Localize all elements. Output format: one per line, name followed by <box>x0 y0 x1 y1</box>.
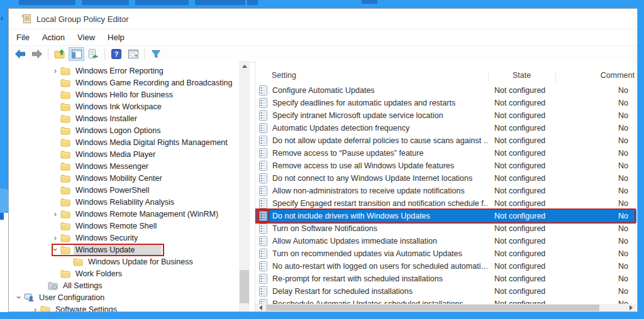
setting-row[interactable]: Specify intranet Microsoft update servic… <box>255 109 636 122</box>
setting-name: Specify deadlines for automatic updates … <box>272 99 487 107</box>
menu-action[interactable]: Action <box>36 31 71 44</box>
folder-icon <box>60 186 70 195</box>
up-one-level-folder-icon <box>54 49 65 59</box>
tree-item-label: User Configuration <box>37 293 106 303</box>
menu-file[interactable]: File <box>10 31 36 44</box>
tree-item-work-folders[interactable]: Work Folders <box>9 268 238 279</box>
policy-setting-icon <box>259 148 269 158</box>
setting-row[interactable]: Remove access to use all Windows Update … <box>255 160 636 172</box>
setting-row[interactable]: Turn on Software NotificationsNot config… <box>255 222 636 235</box>
setting-row[interactable]: Specify deadlines for automatic updates … <box>255 97 636 109</box>
setting-row[interactable]: Automatic Updates detection frequencyNot… <box>255 122 636 134</box>
tree-item-windows-mobility-center[interactable]: Windows Mobility Center <box>9 172 238 184</box>
setting-name: Delay Restart for scheduled installation… <box>272 287 487 296</box>
back-arrow-button[interactable] <box>12 47 28 61</box>
setting-name: Remove access to use all Windows Update … <box>272 161 487 170</box>
tree-item-windows-update-for-business[interactable]: Windows Update for Business <box>9 256 238 268</box>
setting-comment: No <box>555 174 636 183</box>
setting-comment: No <box>555 199 636 208</box>
setting-row[interactable]: Turn on recommended updates via Automati… <box>255 247 636 260</box>
column-header-comment[interactable]: Comment <box>555 71 635 80</box>
export-list-icon <box>88 49 99 59</box>
folder-icon <box>60 174 70 183</box>
up-one-level-folder-button[interactable] <box>52 47 67 61</box>
chevron-expanded-icon[interactable]: › <box>15 293 23 303</box>
chevron-collapsed-icon[interactable]: › <box>50 234 60 242</box>
tree-item-label: Windows Update for Business <box>86 257 195 267</box>
scroll-left-arrow[interactable] <box>255 304 265 311</box>
frame-right <box>638 0 644 319</box>
tree-item-windows-update[interactable]: ›Windows Update <box>9 244 238 256</box>
setting-row[interactable]: Do not allow update deferral policies to… <box>255 134 636 147</box>
setting-row[interactable]: Allow Automatic Updates immediate instal… <box>255 235 636 247</box>
setting-row[interactable]: Delay Restart for scheduled installation… <box>255 285 636 298</box>
chevron-collapsed-icon[interactable]: › <box>30 305 40 311</box>
setting-row[interactable]: Re-prompt for restart with scheduled ins… <box>255 273 636 285</box>
menu-help[interactable]: Help <box>101 31 131 44</box>
tree-item-windows-security[interactable]: ›Windows Security <box>9 232 238 244</box>
tree-item-windows-remote-management-winrm[interactable]: ›Windows Remote Management (WinRM) <box>9 208 238 220</box>
tree-item-windows-game-recording-and-broadcasting[interactable]: Windows Game Recording and Broadcasting <box>9 77 238 89</box>
filter-button[interactable] <box>148 47 164 61</box>
setting-state: Not configured <box>487 274 555 283</box>
properties-window-button[interactable] <box>125 47 141 61</box>
setting-name: No auto-restart with logged on users for… <box>272 262 487 271</box>
annotation-box: Windows Update <box>52 244 164 256</box>
tree-item-user-configuration[interactable]: ›User Configuration <box>9 291 238 303</box>
policy-setting-icon <box>259 236 269 246</box>
export-list-button[interactable] <box>86 47 101 61</box>
tree-item-windows-reliability-analysis[interactable]: Windows Reliability Analysis <box>9 196 238 208</box>
tree-item-all-settings[interactable]: All Settings <box>9 279 238 291</box>
setting-name: Do not connect to any Windows Update Int… <box>272 174 487 183</box>
tree-item-label: Windows Remote Management (WinRM) <box>74 209 220 219</box>
tree-vertical-scrollbar[interactable] <box>239 61 250 311</box>
folder-icon <box>60 102 70 111</box>
setting-state: Not configured <box>487 187 555 195</box>
tree-item-label: Windows Media Digital Rights Management <box>74 138 230 148</box>
tree-view: ›Windows Error ReportingWindows Game Rec… <box>9 65 238 311</box>
tree-item-windows-ink-workspace[interactable]: Windows Ink Workspace <box>9 100 238 112</box>
scroll-up-arrow[interactable] <box>239 61 250 71</box>
filter-icon <box>151 50 161 59</box>
setting-row[interactable]: No auto-restart with logged on users for… <box>255 260 636 273</box>
grid-header: Setting State Comment <box>255 70 636 84</box>
scroll-thumb[interactable] <box>266 305 599 311</box>
tree-item-windows-powershell[interactable]: Windows PowerShell <box>9 184 238 196</box>
screenshot-canvas: ‹ Local Group Policy Editor File Action … <box>0 0 644 319</box>
setting-row[interactable]: Specify Engaged restart transition and n… <box>255 197 636 210</box>
setting-row[interactable]: Do not connect to any Windows Update Int… <box>255 172 636 185</box>
tree-item-windows-logon-options[interactable]: Windows Logon Options <box>9 124 238 136</box>
tree-item-windows-media-digital-rights-management[interactable]: Windows Media Digital Rights Management <box>9 136 238 148</box>
setting-name: Do not include drivers with Windows Upda… <box>272 212 487 220</box>
setting-row[interactable]: Allow non-administrators to receive upda… <box>255 185 636 197</box>
tree-item-windows-installer[interactable]: Windows Installer <box>9 112 238 124</box>
setting-comment: No <box>555 86 636 95</box>
setting-state: Not configured <box>487 237 555 246</box>
tree-item-windows-error-reporting[interactable]: ›Windows Error Reporting <box>9 65 238 77</box>
scroll-thumb[interactable] <box>240 270 249 303</box>
column-header-state[interactable]: State <box>488 71 555 80</box>
chevron-collapsed-icon[interactable]: › <box>50 67 60 75</box>
column-header-setting[interactable]: Setting <box>272 71 296 80</box>
chevron-collapsed-icon[interactable]: › <box>50 210 60 218</box>
tree-item-windows-remote-shell[interactable]: Windows Remote Shell <box>9 220 238 232</box>
folder-icon <box>60 222 70 230</box>
setting-row[interactable]: Remove access to “Pause updates” feature… <box>255 147 636 160</box>
scroll-right-arrow[interactable] <box>626 304 636 311</box>
forward-arrow-button[interactable] <box>29 47 45 61</box>
back-arrow-icon <box>14 49 26 59</box>
setting-row[interactable]: Do not include drivers with Windows Upda… <box>255 210 636 222</box>
tree-item-windows-media-player[interactable]: Windows Media Player <box>9 148 238 160</box>
setting-state: Not configured <box>487 111 555 120</box>
show-console-tree-button[interactable] <box>69 47 84 61</box>
menu-view[interactable]: View <box>71 31 101 44</box>
tree-item-software-settings[interactable]: ›Software Settings <box>9 303 238 311</box>
setting-row[interactable]: Configure Automatic UpdatesNot configure… <box>255 84 636 97</box>
horizontal-scrollbar[interactable] <box>255 304 636 311</box>
tree-item-windows-hello-for-business[interactable]: Windows Hello for Business <box>9 89 238 100</box>
help-button[interactable]: ? <box>108 47 124 61</box>
setting-state: Not configured <box>487 86 555 95</box>
policy-setting-icon <box>259 224 269 234</box>
tree-item-windows-messenger[interactable]: Windows Messenger <box>9 160 238 172</box>
settings-list: Configure Automatic UpdatesNot configure… <box>255 84 636 310</box>
